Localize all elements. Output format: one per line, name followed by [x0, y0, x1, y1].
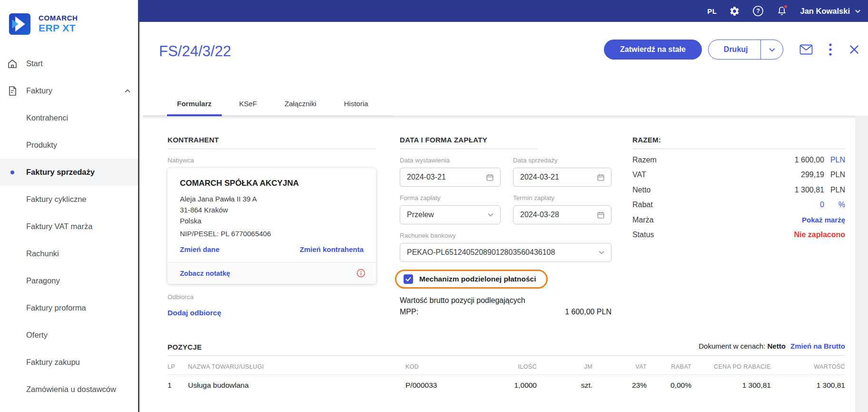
more-options-button[interactable] [829, 43, 832, 56]
main-content: FS/24/3/22 Zatwierdź na stałe Drukuj [139, 22, 868, 412]
mpp-gross-amount: 1 600,00 PLN [565, 306, 612, 318]
tab-zalaczniki[interactable]: Załączniki [275, 100, 326, 116]
print-menu-toggle[interactable] [761, 46, 783, 54]
buyer-card-footer: Zobacz notatkę [168, 262, 376, 284]
sidebar-item-start[interactable]: Start [0, 50, 138, 77]
col-header: CENA PO RABACIE [691, 363, 771, 370]
print-button[interactable]: Drukuj [708, 40, 783, 60]
language-selector[interactable]: PL [707, 7, 717, 15]
sidebar-item-oferty[interactable]: Oferty [0, 322, 138, 349]
totals-row-status: Status Nie zapłacono [632, 231, 845, 239]
sidebar-menu: Start Faktury Kontrahenci Produkty Faktu… [0, 50, 138, 403]
sidebar-item-faktury-proforma[interactable]: Faktury proforma [0, 294, 138, 322]
buyer-address-line: 31-864 Kraków [180, 204, 364, 215]
section-heading: KONTRAHENT [168, 136, 376, 149]
mpp-gross-label-line2: MPP: [400, 306, 418, 318]
sidebar-item-kontrahenci[interactable]: Kontrahenci [0, 104, 138, 131]
close-icon [848, 43, 860, 56]
calendar-icon[interactable] [485, 173, 494, 182]
svg-text:?: ? [757, 8, 760, 14]
cell-cena-po-rabacie: 1 300,81 [691, 381, 771, 390]
section-heading: DATA I FORMA ZAPŁATY [400, 136, 538, 149]
chevron-down-icon [854, 8, 861, 15]
scroll-gutter[interactable] [855, 116, 868, 412]
col-header: JM [537, 363, 592, 370]
mpp-gross-label-line1: Wartość brutto pozycji podlegających [400, 295, 612, 306]
chevron-down-icon [598, 249, 605, 256]
tab-historia[interactable]: Historia [334, 100, 378, 116]
close-button[interactable] [848, 43, 860, 56]
mpp-checkbox[interactable] [404, 274, 413, 284]
totals-row-vat: VAT 299,19 PLN [632, 171, 845, 179]
document-header: FS/24/3/22 Zatwierdź na stałe Drukuj [139, 22, 868, 74]
sidebar-item-faktury-cykliczne[interactable]: Faktury cykliczne [0, 186, 138, 213]
col-header: WARTOŚĆ [771, 363, 845, 370]
tab-formularz[interactable]: Formularz [167, 100, 222, 116]
col-header: LP [168, 363, 188, 370]
user-menu[interactable]: Jan Kowalski [800, 7, 861, 16]
cell-jm: szt. [537, 381, 592, 390]
field-data-wystawienia: Data wystawienia 2024-03-21 [400, 149, 501, 187]
discount-value[interactable]: 0 [820, 201, 824, 209]
see-note-link[interactable]: Zobacz notatkę [180, 270, 230, 277]
table-row[interactable]: 1 Usługa budowlana P/000033 1,0000 szt. … [168, 375, 845, 390]
header-actions: Zatwierdź na stałe Drukuj [604, 40, 860, 60]
confirm-button[interactable]: Zatwierdź na stałe [604, 40, 702, 60]
sidebar-item-faktury-sprzedazy[interactable]: Faktury sprzedaży [0, 159, 138, 186]
calendar-icon[interactable] [596, 211, 605, 220]
sidebar-item-rachunki[interactable]: Rachunki [0, 240, 138, 267]
sidebar-item-produkty[interactable]: Produkty [0, 131, 138, 159]
sidebar-item-label: Faktury [26, 86, 52, 95]
change-data-link[interactable]: Zmień dane [180, 245, 219, 253]
sidebar-item-faktury-vat-marza[interactable]: Faktury VAT marża [0, 213, 138, 240]
document-icon [7, 85, 18, 97]
discount-unit[interactable]: % [824, 201, 845, 209]
sidebar-item-paragony[interactable]: Paragony [0, 267, 138, 294]
calendar-icon[interactable] [596, 173, 605, 182]
cell-lp: 1 [168, 381, 188, 390]
payment-method-select[interactable]: Przelew [400, 205, 501, 224]
date-input[interactable]: 2024-03-28 [513, 205, 612, 224]
price-mode-value: Netto [768, 342, 786, 350]
logo-text: COMARCH ERP XT [39, 14, 78, 34]
gear-icon [729, 6, 740, 17]
sidebar-item-zamowienia[interactable]: Zamówienia u dostawców [0, 376, 138, 403]
user-name: Jan Kowalski [800, 7, 850, 16]
col-header: VAT [592, 363, 647, 370]
chevron-down-icon [487, 211, 494, 219]
change-contractor-link[interactable]: Zmień kontrahenta [300, 245, 364, 253]
recipient-label: Odbiorca [168, 293, 376, 301]
app-window: COMARCH ERP XT Start Faktury Kontrahen [0, 0, 868, 412]
section-positions: POZYCJE Dokument w cenach: Netto Zmień n… [168, 342, 845, 390]
sidebar-item-faktury[interactable]: Faktury [0, 77, 138, 104]
date-input[interactable]: 2024-03-21 [513, 168, 612, 187]
show-margin-link[interactable]: Pokaż marżę [802, 216, 845, 224]
help-button[interactable]: ? [752, 5, 764, 17]
section-heading: RAZEM: [632, 136, 845, 149]
email-button[interactable] [799, 44, 813, 55]
totals-row-razem: Razem 1 600,00 PLN [632, 156, 845, 164]
field-data-sprzedazy: Data sprzedaży 2024-03-21 [513, 149, 612, 187]
add-recipient-link[interactable]: Dodaj odbiorcę [168, 309, 221, 317]
tab-bar: Formularz KSeF Załączniki Historia [143, 93, 393, 116]
buyer-address-line: Aleja Jana Pawła II 39 A [180, 193, 364, 204]
settings-button[interactable] [729, 6, 740, 17]
tab-ksef[interactable]: KSeF [229, 100, 267, 116]
positions-heading: POZYCJE [168, 343, 202, 351]
cell-vat: 23% [592, 381, 647, 390]
logo[interactable]: COMARCH ERP XT [0, 0, 138, 39]
currency-unit[interactable]: PLN [824, 156, 845, 164]
sidebar-item-faktury-zakupu[interactable]: Faktury zakupu [0, 349, 138, 376]
price-mode: Dokument w cenach: Netto Zmień na Brutto [699, 342, 845, 350]
col-header: KOD [405, 363, 491, 370]
check-icon [405, 276, 412, 282]
page-title: FS/24/3/22 [159, 43, 231, 60]
bank-account-select[interactable]: PEKAO-PL65124052089012803560436108 [400, 243, 612, 262]
date-input[interactable]: 2024-03-21 [400, 168, 501, 187]
notifications-button[interactable] [776, 5, 788, 17]
logo-product: ERP XT [39, 22, 78, 34]
home-icon [7, 58, 18, 70]
change-to-gross-link[interactable]: Zmień na Brutto [790, 342, 845, 350]
cell-nazwa: Usługa budowlana [188, 381, 405, 390]
info-icon[interactable] [356, 269, 365, 278]
